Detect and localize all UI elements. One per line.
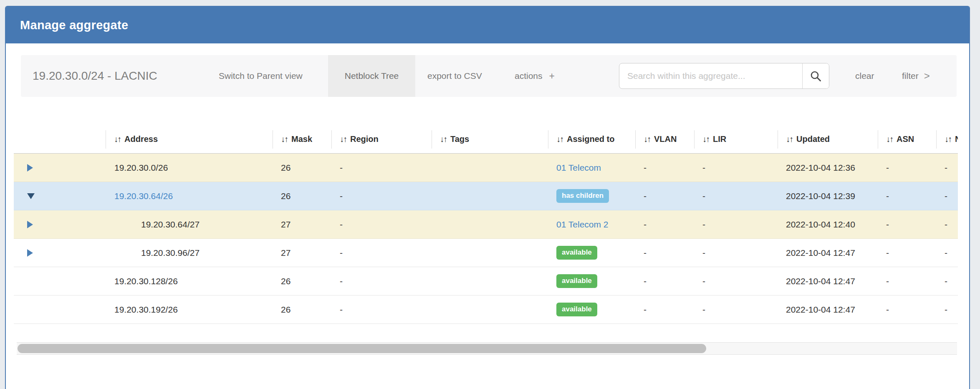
asn-cell: - bbox=[878, 267, 936, 295]
sort-icon: ↓↑ bbox=[340, 134, 346, 144]
netblock-table: ↓↑ Address ↓↑ Mask ↓↑ Region ↓↑ Tags ↓↑ bbox=[14, 125, 958, 324]
extra-cell: - bbox=[936, 182, 958, 210]
assigned-cell: available bbox=[548, 239, 635, 267]
updated-cell: 2022-10-04 12:47 bbox=[778, 239, 878, 267]
horizontal-scrollbar[interactable] bbox=[17, 342, 957, 355]
mask-cell: 27 bbox=[273, 239, 331, 267]
extra-cell: - bbox=[936, 296, 958, 323]
asn-cell: - bbox=[878, 210, 936, 238]
header-tags[interactable]: ↓↑ Tags bbox=[432, 125, 548, 153]
netblock-table-viewport: ↓↑ Address ↓↑ Mask ↓↑ Region ↓↑ Tags ↓↑ bbox=[14, 125, 958, 324]
assigned-cell: 01 Telecom bbox=[548, 154, 635, 182]
region-cell: - bbox=[331, 267, 432, 295]
table-row: 19.20.30.0/26 26 - 01 Telecom - - 2022-1… bbox=[14, 154, 958, 182]
expander-cell-empty bbox=[14, 296, 106, 323]
updated-cell: 2022-10-04 12:36 bbox=[778, 154, 878, 182]
expand-icon bbox=[27, 249, 33, 257]
asn-cell: - bbox=[878, 296, 936, 323]
sort-icon: ↓↑ bbox=[281, 134, 288, 144]
search-group bbox=[619, 63, 829, 89]
filter-button[interactable]: filter > bbox=[902, 55, 930, 97]
aggregate-title: 19.20.30.0/24 - LACNIC bbox=[33, 55, 157, 97]
search-button[interactable] bbox=[802, 63, 829, 88]
address-cell: 19.20.30.96/27 bbox=[106, 239, 273, 267]
region-cell: - bbox=[331, 154, 432, 182]
header-assigned-to[interactable]: ↓↑ Assigned to bbox=[548, 125, 635, 153]
tab-netblock-tree[interactable]: Netblock Tree bbox=[328, 55, 415, 97]
lir-cell: - bbox=[694, 239, 778, 267]
assigned-cell: 01 Telecom 2 bbox=[548, 210, 635, 238]
asn-cell: - bbox=[878, 182, 936, 210]
toolbar: 19.20.30.0/24 - LACNIC Switch to Parent … bbox=[21, 55, 957, 97]
mask-cell: 26 bbox=[273, 182, 331, 210]
tags-cell bbox=[432, 154, 548, 182]
updated-cell: 2022-10-04 12:47 bbox=[778, 267, 878, 295]
region-cell: - bbox=[331, 296, 432, 323]
updated-cell: 2022-10-04 12:40 bbox=[778, 210, 878, 238]
available-badge: available bbox=[556, 246, 597, 259]
header-region[interactable]: ↓↑ Region bbox=[331, 125, 432, 153]
lir-cell: - bbox=[694, 210, 778, 238]
sort-icon: ↓↑ bbox=[786, 134, 793, 144]
header-clipped[interactable]: ↓↑ N bbox=[936, 125, 958, 153]
export-to-csv-button[interactable]: export to CSV bbox=[427, 55, 482, 97]
manage-aggregate-panel: Manage aggregate 19.20.30.0/24 - LACNIC … bbox=[5, 6, 970, 389]
expand-icon bbox=[27, 164, 33, 172]
address-cell: 19.20.30.192/26 bbox=[106, 296, 273, 323]
lir-cell: - bbox=[694, 267, 778, 295]
header-updated[interactable]: ↓↑ Updated bbox=[778, 125, 878, 153]
region-cell: - bbox=[331, 182, 432, 210]
header-mask[interactable]: ↓↑ Mask bbox=[273, 125, 331, 153]
table-row: 19.20.30.64/27 27 - 01 Telecom 2 - - 202… bbox=[14, 210, 958, 239]
switch-to-parent-view-button[interactable]: Switch to Parent view bbox=[219, 55, 303, 97]
vlan-cell: - bbox=[635, 296, 694, 323]
assigned-link[interactable]: 01 Telecom 2 bbox=[556, 220, 609, 230]
actions-label: actions bbox=[515, 71, 543, 81]
vlan-cell: - bbox=[635, 210, 694, 238]
address-link[interactable]: 19.20.30.64/26 bbox=[114, 191, 173, 201]
table-row: 19.20.30.192/26 26 - available - - 2022-… bbox=[14, 296, 958, 324]
filter-label: filter bbox=[902, 71, 919, 81]
tags-cell bbox=[432, 267, 548, 295]
asn-cell: - bbox=[878, 239, 936, 267]
chevron-right-icon: > bbox=[924, 70, 930, 82]
assigned-link[interactable]: 01 Telecom bbox=[556, 163, 601, 173]
expand-row-button[interactable] bbox=[14, 239, 106, 267]
actions-menu-button[interactable]: actions + bbox=[515, 55, 555, 97]
available-badge: available bbox=[556, 274, 597, 288]
updated-cell: 2022-10-04 12:39 bbox=[778, 182, 878, 210]
has-children-badge: has children bbox=[556, 189, 609, 202]
header-lir[interactable]: ↓↑ LIR bbox=[694, 125, 778, 153]
vlan-cell: - bbox=[635, 239, 694, 267]
extra-cell: - bbox=[936, 210, 958, 238]
vlan-cell: - bbox=[635, 182, 694, 210]
expand-icon bbox=[27, 221, 33, 228]
assigned-cell: available bbox=[548, 267, 635, 295]
expand-row-button[interactable] bbox=[14, 210, 106, 238]
extra-cell: - bbox=[936, 239, 958, 267]
header-asn[interactable]: ↓↑ ASN bbox=[878, 125, 936, 153]
extra-cell: - bbox=[936, 154, 958, 182]
collapse-icon bbox=[27, 193, 35, 199]
header-vlan[interactable]: ↓↑ VLAN bbox=[635, 125, 694, 153]
lir-cell: - bbox=[694, 154, 778, 182]
region-cell: - bbox=[331, 210, 432, 238]
search-icon bbox=[810, 71, 821, 82]
tags-cell bbox=[432, 239, 548, 267]
header-expander bbox=[14, 125, 106, 153]
address-cell: 19.20.30.64/26 bbox=[106, 182, 273, 210]
expander-cell-empty bbox=[14, 267, 106, 295]
header-address[interactable]: ↓↑ Address bbox=[106, 125, 273, 153]
sort-icon: ↓↑ bbox=[945, 134, 951, 144]
search-input[interactable] bbox=[619, 63, 802, 88]
available-badge: available bbox=[556, 303, 597, 316]
plus-icon: + bbox=[549, 71, 555, 82]
clear-button[interactable]: clear bbox=[855, 55, 874, 97]
address-cell: 19.20.30.64/27 bbox=[106, 210, 273, 238]
scrollbar-thumb[interactable] bbox=[18, 344, 706, 353]
tags-cell bbox=[432, 210, 548, 238]
expand-row-button[interactable] bbox=[14, 154, 106, 182]
collapse-row-button[interactable] bbox=[14, 182, 106, 210]
address-cell: 19.20.30.0/26 bbox=[106, 154, 273, 182]
mask-cell: 27 bbox=[273, 210, 331, 238]
